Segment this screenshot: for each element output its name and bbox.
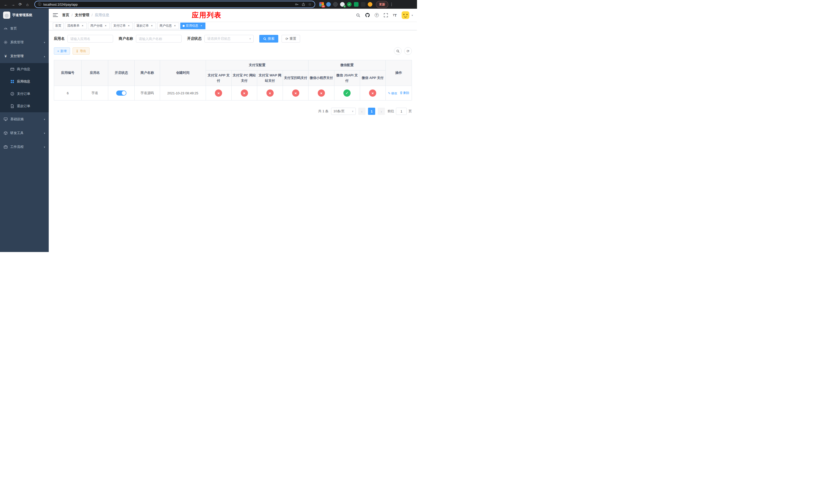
browser-menu-icon[interactable]: ⋮ [389, 2, 394, 7]
browser-reload-button[interactable]: ⟳ [17, 1, 24, 8]
cell-app-id: 6 [54, 86, 82, 100]
sidebar-item-merchant-info[interactable]: 商户信息 [0, 63, 49, 75]
extension-dark-globe-icon[interactable] [333, 2, 338, 7]
sidebar-item-payment-orders[interactable]: 支付订单 [0, 88, 49, 100]
sidebar-item-workflow[interactable]: 工作流程 ▾ [0, 140, 49, 154]
merchant-name-input[interactable] [136, 35, 181, 43]
col-alipay-wap: 支付宝 WAP 网站支付 [257, 70, 283, 86]
breadcrumb-payment[interactable]: 支付管理 [75, 13, 89, 18]
prev-page-button[interactable]: ‹ [358, 108, 366, 115]
goto-label: 前往 [388, 109, 394, 114]
monitor-icon [4, 117, 8, 121]
sidebar-item-infrastructure[interactable]: 基础设施 ▾ [0, 112, 49, 126]
breadcrumb-home[interactable]: 首页 [62, 13, 69, 18]
browser-profile-avatar[interactable] [368, 2, 372, 7]
tab-close-icon[interactable]: × [81, 24, 84, 28]
tab-home[interactable]: 首页 [53, 23, 64, 29]
cell-created: 2021-10-23 08:49:25 [160, 86, 206, 100]
search-button[interactable]: 搜索 [259, 35, 278, 43]
goto-page-input[interactable] [396, 108, 407, 115]
toggle-search-button[interactable] [394, 47, 402, 55]
page-number-current[interactable]: 1 [368, 108, 375, 115]
browser-update-button[interactable]: 更新 [376, 1, 388, 8]
extension-badge: 10 [321, 5, 325, 8]
password-key-icon[interactable] [295, 3, 299, 6]
delete-button[interactable]: 删除 [400, 91, 409, 95]
export-button[interactable]: ↧ 导出 [72, 47, 89, 54]
sidebar-item-system[interactable]: 系统管理 ▾ [0, 36, 49, 49]
col-wx-jsapi: 微信 JSAPI 支付 [334, 70, 360, 86]
tab-merchant-info[interactable]: 商户信息 × [157, 23, 179, 29]
url-bar[interactable]: ⓘ localhost:1024/pay/app ☆ [35, 1, 315, 8]
github-icon[interactable] [365, 13, 370, 18]
col-created: 创建时间 [160, 60, 206, 86]
tab-process-form[interactable]: 流程表单 × [65, 23, 87, 29]
tab-app-info[interactable]: 应用信息 × [180, 23, 205, 29]
help-icon[interactable]: ? [375, 13, 379, 17]
extensions-puzzle-icon[interactable]: 10 [319, 2, 324, 7]
status-switch[interactable] [116, 91, 127, 96]
share-icon[interactable] [302, 3, 305, 6]
hamburger-icon[interactable] [53, 13, 58, 17]
tab-close-icon[interactable]: × [104, 24, 107, 28]
chevron-up-icon: ▴ [44, 55, 45, 58]
sidebar-item-label: 工作流程 [10, 144, 24, 149]
browser-home-button[interactable]: ⌂ [24, 1, 31, 8]
gear-icon [4, 40, 8, 44]
extension-green-check-icon[interactable]: ✓ [347, 2, 352, 7]
status-label: 开启状态 [187, 37, 202, 41]
sidebar-item-home[interactable]: 首页 [0, 22, 49, 36]
sidebar-item-payment[interactable]: ¥ 支付管理 ▴ [0, 49, 49, 63]
tab-label: 流程表单 [67, 24, 80, 28]
extension-light-icon[interactable]: 1 [340, 2, 345, 7]
table-row: 6 芋道 芋道源码 2021-10-23 08:49:25 × × × × × … [54, 86, 412, 100]
user-avatar[interactable] [402, 11, 409, 19]
sidebar-item-label: 支付管理 [10, 54, 24, 59]
status-select[interactable]: 请选择开启状态 ▾ [204, 35, 254, 43]
page-size-select[interactable]: 10条/页 ▾ [331, 108, 356, 115]
browser-forward-button[interactable]: → [10, 1, 16, 8]
cell-actions: ✎修改 删除 [386, 86, 412, 100]
apps-table: 应用编号 应用名 开启状态 商户名称 创建时间 支付宝配置 微信配置 操作 支付… [54, 60, 412, 100]
bookmark-star-icon[interactable]: ☆ [308, 2, 312, 7]
config-status-icon: × [292, 90, 299, 97]
sidebar-item-refund-orders[interactable]: 退款订单 [0, 100, 49, 112]
chevron-down-icon: ▾ [352, 110, 353, 113]
col-alipay-app: 支付宝 APP 支付 [206, 70, 231, 86]
sidebar: 芋道管理系统 首页 系统管理 ▾ ¥ 支付管理 ▴ [0, 9, 49, 252]
cell-wx-mini: × [308, 86, 334, 100]
breadcrumb: 首页 / 支付管理 / 应用信息 [62, 13, 109, 18]
fullscreen-icon[interactable] [384, 13, 388, 18]
extension-devtool-icon[interactable] [361, 2, 366, 7]
app-name-input[interactable] [67, 35, 113, 43]
tab-close-icon[interactable]: × [150, 24, 154, 28]
reset-button[interactable]: ⟳ 重置 [282, 35, 300, 43]
col-alipay-pc: 支付宝 PC 网站支付 [231, 70, 257, 86]
cell-status [108, 86, 135, 100]
tab-label: 商户信息 [159, 24, 172, 28]
refresh-table-button[interactable]: ⟳ [404, 47, 412, 55]
sidebar-item-dev-tools[interactable]: 研发工具 ▾ [0, 126, 49, 140]
sidebar-item-app-info[interactable]: 应用信息 [0, 75, 49, 88]
sidebar-item-label: 支付订单 [17, 92, 30, 96]
page-suffix: 页 [409, 109, 412, 114]
chevron-down-icon: ▾ [249, 37, 251, 41]
site-info-icon[interactable]: ⓘ [38, 2, 41, 7]
tab-user-group[interactable]: 用户分组 × [88, 23, 110, 29]
extension-green-notes-icon[interactable] [354, 2, 358, 7]
user-menu-caret-icon[interactable]: ▾ [412, 14, 413, 17]
edit-button[interactable]: ✎修改 [388, 91, 397, 96]
font-size-icon[interactable]: TT [393, 13, 397, 18]
tab-refund-orders[interactable]: 退款订单 × [134, 23, 156, 29]
extension-blue-icon[interactable] [326, 2, 331, 7]
tab-close-icon[interactable]: × [199, 24, 203, 28]
tab-close-icon[interactable]: × [127, 24, 131, 28]
tab-label: 退款订单 [136, 24, 149, 28]
search-icon[interactable] [356, 13, 360, 18]
col-wx-app: 微信 APP 支付 [360, 70, 386, 86]
next-page-button[interactable]: › [378, 108, 385, 115]
browser-back-button[interactable]: ← [3, 1, 9, 8]
tab-close-icon[interactable]: × [173, 24, 177, 28]
add-button[interactable]: + 新增 [54, 47, 70, 54]
tab-payment-orders[interactable]: 支付订单 × [111, 23, 133, 29]
